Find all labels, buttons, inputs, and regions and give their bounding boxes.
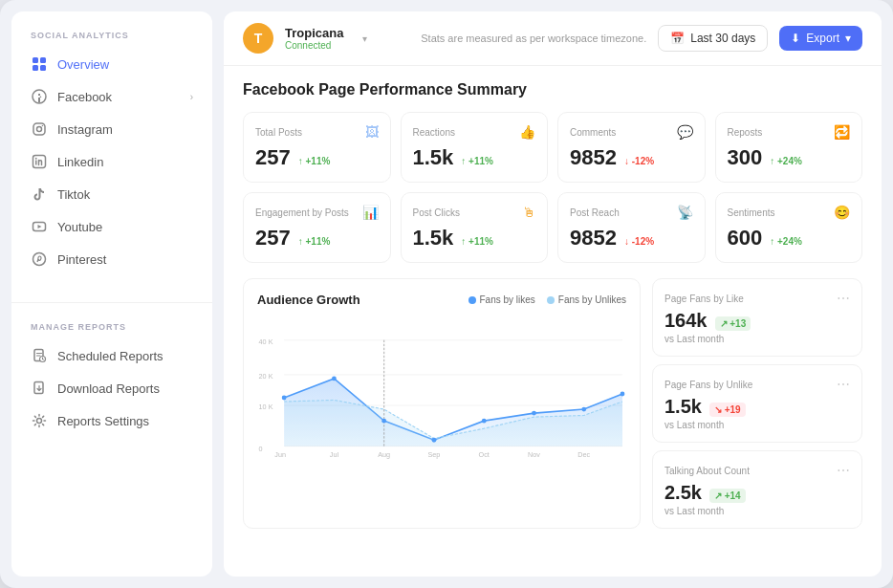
reactions-icon: 👍 bbox=[519, 124, 535, 140]
metric-label-engagement: Engagement by Posts 📊 bbox=[255, 205, 379, 220]
svg-rect-2 bbox=[33, 65, 38, 71]
sidebar-item-instagram[interactable]: Instagram bbox=[11, 113, 212, 145]
linkedin-icon bbox=[31, 153, 48, 170]
facebook-arrow-icon: › bbox=[190, 92, 193, 102]
sidebar-item-tiktok[interactable]: Tiktok bbox=[11, 178, 212, 210]
metric-value-post-clicks: 1.5k bbox=[413, 226, 454, 250]
date-range-button[interactable]: 📅 Last 30 days bbox=[658, 25, 768, 52]
metric-label-total-posts: Total Posts 🖼 bbox=[255, 124, 379, 140]
sentiments-icon: 😊 bbox=[834, 205, 850, 220]
sidebar-item-instagram-label: Instagram bbox=[57, 122, 113, 137]
svg-rect-9 bbox=[35, 161, 37, 165]
sidebar-section-social: Social Analytics bbox=[11, 31, 212, 40]
stat-card-page-fans-unlike: Page Fans by Unlike ⋯ 1.5k ↘ +19 vs Last… bbox=[652, 364, 862, 443]
brand-name: Tropicana bbox=[285, 26, 343, 40]
chart-canvas: 40 K 20 K 10 K 0 bbox=[257, 316, 626, 479]
timezone-text: Stats are measured as per workspace time… bbox=[421, 33, 646, 44]
metric-label-comments: Comments 💬 bbox=[570, 124, 693, 140]
sidebar-item-linkedin[interactable]: Linkedin bbox=[11, 145, 212, 178]
metric-change-post-clicks: ↑ +11% bbox=[461, 236, 493, 247]
stat-badge-talking: ↗ +14 bbox=[709, 489, 746, 503]
svg-text:Oct: Oct bbox=[479, 450, 490, 459]
metric-card-reactions: Reactions 👍 1.5k ↑ +11% bbox=[401, 112, 549, 183]
sidebar-item-pinterest-label: Pinterest bbox=[57, 252, 106, 267]
grid-icon bbox=[31, 55, 48, 73]
stat-card-fans-like-label: Page Fans by Like bbox=[664, 294, 744, 304]
posts-icon: 🖼 bbox=[365, 124, 379, 140]
facebook-icon bbox=[31, 88, 48, 105]
youtube-icon bbox=[31, 218, 48, 235]
svg-point-32 bbox=[482, 419, 487, 424]
download-file-icon bbox=[31, 380, 48, 397]
svg-rect-3 bbox=[40, 65, 46, 71]
svg-text:10 K: 10 K bbox=[259, 403, 273, 411]
metric-change-post-reach: ↓ -12% bbox=[624, 236, 654, 247]
metric-value-comments: 9852 bbox=[570, 145, 617, 170]
main-panel: T Tropicana Connected ▾ Stats are measur… bbox=[224, 11, 882, 577]
metric-change-total-posts: ↑ +11% bbox=[298, 156, 331, 166]
metric-label-post-reach: Post Reach 📡 bbox=[570, 205, 693, 220]
legend-dot-unlikes bbox=[547, 296, 555, 304]
sidebar-item-youtube[interactable]: Youtube bbox=[11, 210, 212, 243]
fans-like-menu-icon[interactable]: ⋯ bbox=[837, 291, 850, 306]
metric-value-sentiments: 600 bbox=[728, 226, 763, 250]
svg-text:20 K: 20 K bbox=[259, 372, 273, 381]
svg-text:Dec: Dec bbox=[577, 450, 590, 459]
stat-card-fans-unlike-header: Page Fans by Unlike ⋯ bbox=[664, 377, 850, 392]
stat-card-fans-unlike-label: Page Fans by Unlike bbox=[664, 380, 752, 390]
export-label: Export bbox=[806, 32, 839, 45]
svg-text:40 K: 40 K bbox=[259, 338, 273, 346]
metric-label-sentiments: Sentiments 😊 bbox=[728, 205, 851, 220]
metric-label-reactions: Reactions 👍 bbox=[413, 124, 536, 140]
sidebar-item-download-reports[interactable]: Download Reports bbox=[11, 372, 212, 404]
metric-card-reposts: Reposts 🔁 300 ↑ +24% bbox=[715, 112, 863, 183]
legend-item-unlikes: Fans by Unlikes bbox=[547, 294, 626, 305]
svg-rect-0 bbox=[33, 57, 38, 63]
stat-card-fans-unlike-sub: vs Last month bbox=[664, 420, 850, 430]
sidebar-item-facebook[interactable]: Facebook › bbox=[11, 80, 212, 113]
svg-rect-5 bbox=[33, 123, 45, 135]
brand-logo: T bbox=[243, 23, 273, 54]
reach-icon: 📡 bbox=[677, 205, 693, 220]
stat-card-fans-unlike-value: 1.5k bbox=[664, 396, 702, 418]
svg-point-35 bbox=[621, 392, 625, 397]
sidebar-item-linkedin-label: Linkedin bbox=[57, 155, 103, 169]
reposts-icon: 🔁 bbox=[834, 124, 850, 140]
legend-item-likes: Fans by likes bbox=[468, 294, 535, 305]
svg-point-28 bbox=[282, 396, 287, 401]
metric-value-reactions: 1.5k bbox=[413, 145, 454, 170]
pinterest-icon bbox=[31, 250, 48, 268]
gear-icon bbox=[31, 412, 48, 429]
metric-value-post-reach: 9852 bbox=[570, 226, 617, 250]
comments-icon: 💬 bbox=[677, 124, 693, 140]
brand-status: Connected bbox=[285, 40, 343, 51]
sidebar-item-pinterest[interactable]: Pinterest bbox=[11, 243, 212, 275]
legend-dot-likes bbox=[468, 296, 476, 304]
sidebar-item-reports-settings[interactable]: Reports Settings bbox=[11, 404, 212, 437]
svg-text:Nov: Nov bbox=[528, 450, 540, 459]
bottom-section: Audience Growth Fans by likes Fans by Un… bbox=[243, 278, 862, 529]
metrics-grid: Total Posts 🖼 257 ↑ +11% Reactions 👍 1.5… bbox=[243, 112, 862, 263]
fans-unlike-menu-icon[interactable]: ⋯ bbox=[837, 377, 850, 392]
svg-text:Aug: Aug bbox=[378, 450, 390, 459]
stat-badge-fans-unlike: ↘ +19 bbox=[709, 403, 746, 417]
scheduled-file-icon bbox=[31, 347, 48, 364]
svg-marker-26 bbox=[284, 400, 622, 446]
metric-change-engagement: ↑ +11% bbox=[298, 236, 331, 247]
sidebar-item-reports-settings-label: Reports Settings bbox=[57, 414, 149, 428]
sidebar-item-overview[interactable]: Overview bbox=[11, 48, 212, 80]
talking-menu-icon[interactable]: ⋯ bbox=[837, 463, 850, 478]
chart-title: Audience Growth bbox=[257, 293, 360, 307]
stat-card-talking-label: Talking About Count bbox=[664, 466, 750, 476]
metric-card-sentiments: Sentiments 😊 600 ↑ +24% bbox=[715, 192, 863, 263]
sidebar-item-scheduled-reports[interactable]: Scheduled Reports bbox=[11, 339, 212, 372]
sidebar: Social Analytics Overview bbox=[11, 11, 212, 577]
metric-value-engagement: 257 bbox=[255, 226, 291, 250]
brand-selector-chevron[interactable]: ▾ bbox=[355, 29, 374, 48]
metric-value-reposts: 300 bbox=[728, 145, 763, 170]
svg-point-6 bbox=[37, 127, 42, 132]
metric-card-comments: Comments 💬 9852 ↓ -12% bbox=[557, 112, 706, 183]
svg-text:Jun: Jun bbox=[274, 450, 286, 459]
right-stats-panel: Page Fans by Like ⋯ 164k ↗ +13 vs Last m… bbox=[652, 278, 862, 529]
export-button[interactable]: ⬇ Export ▾ bbox=[779, 26, 862, 51]
